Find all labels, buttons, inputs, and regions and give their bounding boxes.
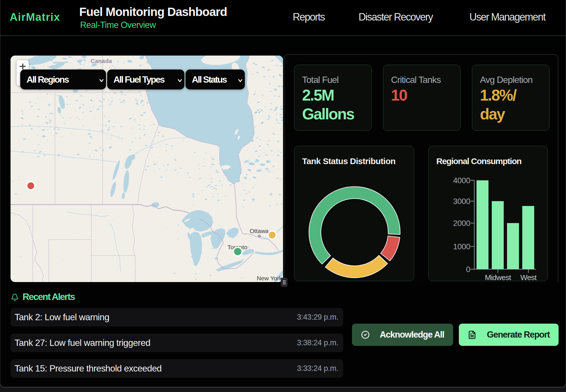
- svg-text:Midwest: Midwest: [485, 273, 511, 281]
- svg-text:West: West: [520, 273, 537, 281]
- svg-text:4000: 4000: [453, 176, 470, 185]
- svg-text:New York: New York: [257, 275, 282, 281]
- svg-text:Canada: Canada: [91, 58, 112, 64]
- svg-text:Ottawa: Ottawa: [250, 228, 269, 234]
- svg-text:1000: 1000: [453, 242, 470, 251]
- svg-text:2000: 2000: [453, 219, 470, 228]
- svg-text:3000: 3000: [453, 197, 470, 206]
- svg-text:0: 0: [466, 265, 470, 274]
